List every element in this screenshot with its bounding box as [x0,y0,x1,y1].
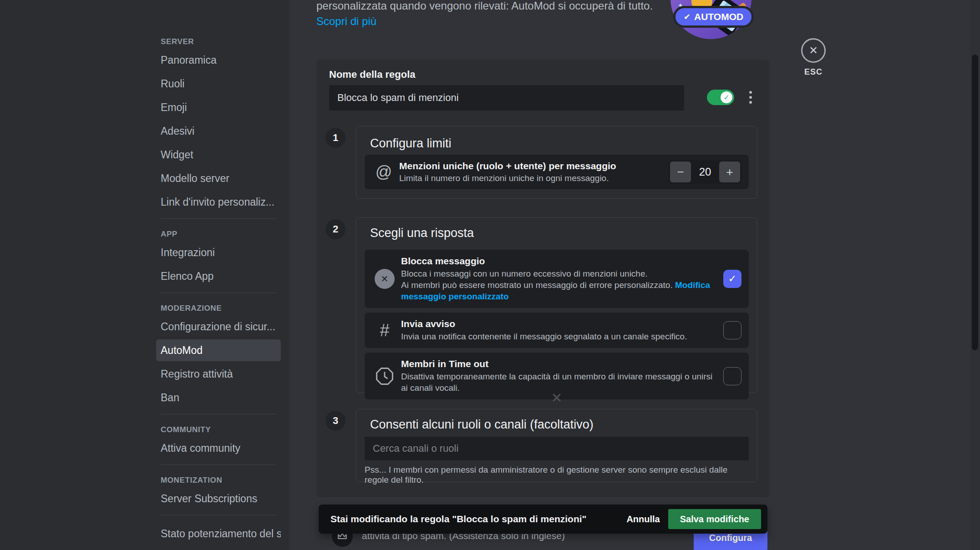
sidebar-item-configurazione-sicurezza[interactable]: Configurazione di sicur... [156,316,281,338]
channel-hash-icon: # [380,321,389,340]
option-title: Invia avviso [401,318,717,329]
nav-header-monetization: MONETIZATION [156,472,281,488]
exempt-hint-text: Pss... I membri con permessi da amminist… [365,465,749,485]
close-settings: ✕ ESC [800,38,827,77]
rule-name-input[interactable] [329,85,684,111]
sidebar-item-link-invito[interactable]: Link d'invito personaliz... [156,191,281,213]
step-card-limits: Configura limiti @ Menzioni uniche (ruol… [356,126,757,199]
option-description: Blocca i messaggi con un numero eccessiv… [401,268,717,279]
scrollbar-thumb[interactable] [972,55,978,350]
sidebar-item-elenco-app[interactable]: Elenco App [156,265,281,287]
check-icon: ✔ [684,12,691,22]
sidebar-item-emoji[interactable]: Emoji [156,96,281,118]
sidebar-item-adesivi[interactable]: Adesivi [156,120,281,142]
step-number-1: 1 [325,128,345,148]
nav-header-server: SERVER [156,34,281,49]
decrement-button[interactable]: − [670,161,691,182]
rule-options-menu-button[interactable] [746,89,755,106]
checkbox-timeout[interactable] [723,367,741,385]
step-title-limits: Configura limiti [356,126,757,151]
sidebar-item-ruoli[interactable]: Ruoli [156,73,281,95]
response-option-send-alert: # Invia avviso Invia una notifica conten… [365,313,749,348]
check-icon: ✓ [728,273,736,285]
nav-divider [161,218,276,219]
sidebar-item-modello-server[interactable]: Modello server [156,167,281,189]
step-title-response: Scegli una risposta [356,218,757,240]
block-icon: ✕ [375,269,395,289]
learn-more-link[interactable]: Scopri di più [316,15,376,28]
settings-sidebar: SERVER Panoramica Ruoli Emoji Adesivi Wi… [0,0,289,550]
nav-divider [161,464,276,465]
option-description: Invia una notifica contenente il messagg… [401,331,717,342]
step-number-3: 3 [325,411,345,431]
rule-name-label: Nome della regola [329,69,416,81]
mention-limit-description: Limita il numero di menzioni uniche in o… [399,173,669,183]
mention-limit-stepper: − 20 + [669,160,741,184]
mention-limit-title: Menzioni uniche (ruolo + utente) per mes… [399,161,669,172]
step-card-exemptions: Consenti alcuni ruoli o canali (facoltat… [356,409,757,482]
sidebar-item-server-subscriptions[interactable]: Server Subscriptions [156,488,281,510]
cancel-button[interactable]: Annulla [618,510,668,529]
close-button[interactable]: ✕ [801,38,826,63]
exempt-search-input[interactable] [365,437,749,460]
option-title: Blocca messaggio [401,256,717,267]
nav-divider [161,293,276,293]
option-title: Membri in Time out [401,358,717,369]
close-icon: ✕ [809,44,818,57]
response-option-block-message: ✕ Blocca messaggio Blocca i messaggi con… [365,250,749,308]
step-card-response: Scegli una risposta ✕ Blocca messaggio B… [356,217,757,393]
check-icon: ✓ [724,93,730,101]
step-title-exemptions: Consenti alcuni ruoli o canali (facoltat… [356,409,757,432]
nav-divider [161,414,276,414]
scrollbar-track [970,0,980,550]
sidebar-item-automod[interactable]: AutoMod [156,339,281,361]
rule-enabled-toggle[interactable]: ✓ [707,90,734,105]
automod-badge: ✔ AUTOMOD [673,6,754,28]
timeout-clock-icon [375,366,395,386]
x-divider-icon: ✕ [356,390,757,406]
sidebar-item-attiva-community[interactable]: Attiva community [156,437,281,459]
esc-label: ESC [800,67,827,77]
sidebar-item-stato-potenziamento[interactable]: Stato potenziamento del s... [156,523,281,545]
checkbox-block-message[interactable]: ✓ [723,270,741,288]
nav-header-moderazione: MODERAZIONE [156,300,281,316]
mention-limit-row: @ Menzioni uniche (ruolo + utente) per m… [365,155,749,189]
at-sign-icon: @ [372,162,396,182]
unsaved-changes-bar: Stai modificando la regola "Blocca lo sp… [319,505,767,534]
settings-nav: SERVER Panoramica Ruoli Emoji Adesivi Wi… [156,34,281,546]
nav-header-app: APP [156,226,281,242]
toggle-knob: ✓ [721,91,732,103]
step-number-2: 2 [325,219,345,239]
nav-divider [161,515,276,515]
sidebar-item-panoramica[interactable]: Panoramica [156,49,281,71]
nav-header-community: COMMUNITY [156,422,281,437]
option-description-2: Ai membri può essere mostrato un messagg… [401,280,673,290]
automod-badge-label: AUTOMOD [694,11,743,22]
sidebar-item-registro-attivita[interactable]: Registro attività [156,363,281,385]
rule-editor-panel: Nome della regola ✓ 1 Configura limiti @… [316,60,769,497]
mention-limit-value: 20 [691,166,719,178]
automod-intro-text: personalizzata quando vengono rilevati: … [316,0,680,13]
checkbox-send-alert[interactable] [723,321,741,339]
sidebar-item-integrazioni[interactable]: Integrazioni [156,242,281,263]
sidebar-item-ban[interactable]: Ban [156,387,281,409]
save-changes-button[interactable]: Salva modifiche [668,509,761,529]
increment-button[interactable]: + [719,161,740,182]
sidebar-item-widget[interactable]: Widget [156,144,281,166]
unsaved-changes-message: Stai modificando la regola "Blocca lo sp… [330,514,587,525]
